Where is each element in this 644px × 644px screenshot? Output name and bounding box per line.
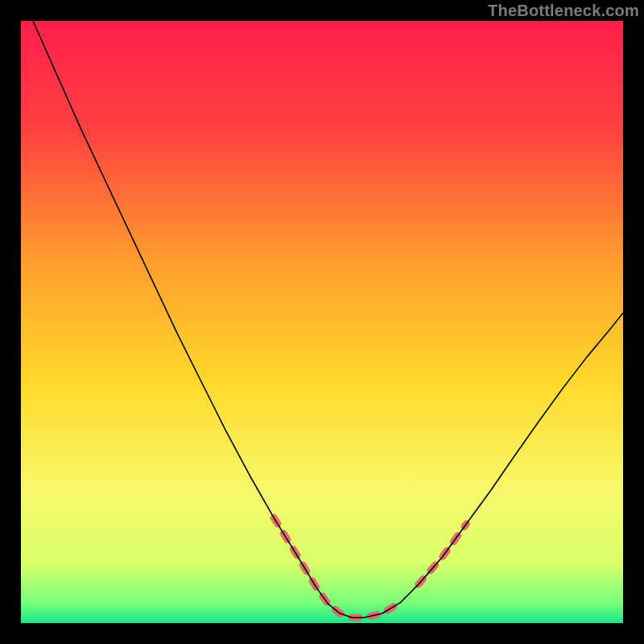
watermark-text: TheBottleneck.com bbox=[488, 2, 639, 20]
bottleneck-chart bbox=[21, 21, 623, 623]
chart-container bbox=[21, 21, 623, 623]
app-frame: TheBottleneck.com bbox=[0, 0, 644, 644]
gradient-background bbox=[21, 21, 623, 623]
